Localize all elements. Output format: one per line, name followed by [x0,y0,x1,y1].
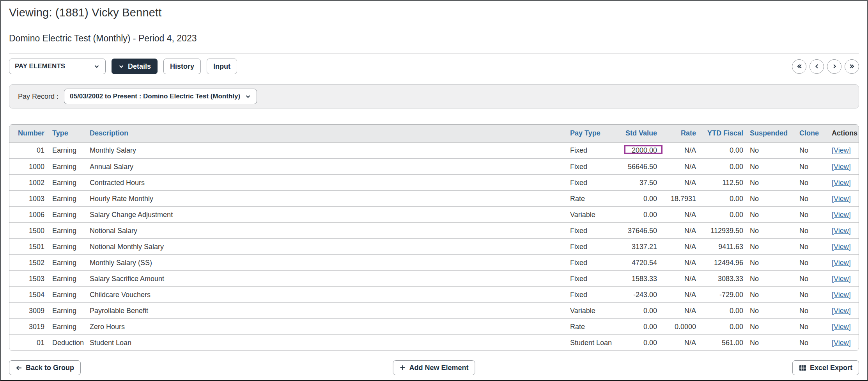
chevron-down-icon [118,63,124,69]
chevron-down-icon [245,93,251,100]
cell-pay-type: Fixed [570,291,620,299]
cell-std-value: 0.00 [620,323,657,331]
column-header-rate[interactable]: Rate [681,129,696,137]
view-link[interactable]: [View] [832,195,851,203]
previous-record-button[interactable] [810,59,824,74]
cell-std-value: 4720.54 [620,259,657,267]
table-row: 1502 Earning Monthly Salary (SS) Fixed 4… [9,255,859,271]
view-link[interactable]: [View] [832,211,851,219]
cell-suspended: No [743,146,799,155]
excel-export-button[interactable]: Excel Export [792,360,859,375]
details-button[interactable]: Details [112,59,158,74]
view-link[interactable]: [View] [832,227,851,235]
cell-ytd-fiscal: 112939.50 [696,227,743,235]
cell-suspended: No [743,323,799,331]
table-header-row: Number Type Description Pay Type Std Val… [9,125,859,142]
cell-std-value: -243.00 [620,291,657,299]
cell-suspended: No [743,339,799,347]
cell-description: Notional Monthly Salary [90,243,570,251]
next-record-button[interactable] [827,59,841,74]
cell-description: Monthly Salary [90,146,570,155]
column-header-pay-type[interactable]: Pay Type [570,129,601,137]
chevrons-right-icon [849,63,856,70]
column-header-std-value[interactable]: Std Value [625,129,657,137]
view-link[interactable]: [View] [832,179,851,187]
cell-std-value: 0.00 [620,339,657,347]
back-to-group-button[interactable]: Back to Group [9,360,81,375]
cell-type: Earning [44,323,90,331]
view-link[interactable]: [View] [832,275,851,283]
cell-description: Childcare Vouchers [90,291,570,299]
column-header-suspended[interactable]: Suspended [750,129,788,137]
spreadsheet-icon [799,365,806,371]
cell-std-value: 0.00 [620,307,657,315]
toolbar: PAY ELEMENTS Details History Input [9,59,859,74]
pay-record-select[interactable]: 05/03/2002 to Present : Domino Electric … [64,89,257,104]
cell-suspended: No [743,163,799,171]
view-link[interactable]: [View] [832,323,851,331]
cell-number: 1503 [9,275,44,283]
last-record-button[interactable] [845,59,859,74]
cell-ytd-fiscal: 0.00 [696,146,743,155]
cell-type: Earning [44,146,90,155]
cell-rate: N/A [657,211,696,219]
add-new-element-label: Add New Element [409,364,468,372]
table-row: 3019 Earning Zero Hours Rate 0.00 0.0000… [9,319,859,335]
view-link[interactable]: [View] [832,259,851,267]
cell-number: 1504 [9,291,44,299]
cell-description: Zero Hours [90,323,570,331]
column-header-actions: Actions [832,129,859,137]
cell-type: Earning [44,243,90,251]
cell-std-value: 56646.50 [620,163,657,171]
cell-pay-type: Variable [570,307,620,315]
column-header-clone[interactable]: Clone [799,129,819,137]
view-link[interactable]: [View] [832,291,851,299]
pay-elements-page: Viewing: (1881) Vicky Bennett Domino Ele… [0,0,868,381]
arrow-left-icon [16,365,22,371]
cell-number: 01 [9,146,44,155]
view-link[interactable]: [View] [832,339,851,347]
cell-ytd-fiscal: 561.00 [696,339,743,347]
cell-pay-type: Fixed [570,243,620,251]
chevron-right-icon [831,63,838,70]
cell-ytd-fiscal: 9411.63 [696,243,743,251]
cell-suspended: No [743,291,799,299]
cell-pay-type: Fixed [570,179,620,187]
chevrons-left-icon [796,63,803,70]
cell-number: 1000 [9,163,44,171]
column-header-description[interactable]: Description [90,129,128,137]
cell-ytd-fiscal: 0.00 [696,163,743,171]
cell-number: 1500 [9,227,44,235]
cell-description: Contracted Hours [90,179,570,187]
back-to-group-label: Back to Group [26,364,74,372]
cell-ytd-fiscal: 12494.96 [696,259,743,267]
table-row: 3009 Earning Payrollable Benefit Variabl… [9,303,859,319]
cell-pay-type: Fixed [570,275,620,283]
view-link[interactable]: [View] [832,243,851,251]
cell-number: 1002 [9,179,44,187]
add-new-element-button[interactable]: Add New Element [393,360,475,375]
column-header-ytd-fiscal[interactable]: YTD Fiscal [707,129,743,137]
cell-rate: 0.0000 [657,323,696,331]
cell-suspended: No [743,227,799,235]
column-header-number[interactable]: Number [18,129,44,137]
cell-pay-type: Variable [570,211,620,219]
cell-rate: N/A [657,291,696,299]
view-link[interactable]: [View] [832,163,851,171]
cell-suspended: No [743,243,799,251]
view-link[interactable]: [View] [832,307,851,315]
cell-type: Earning [44,227,90,235]
view-select[interactable]: PAY ELEMENTS [9,59,106,74]
cell-description: Salary Sacrifice Amount [90,275,570,283]
first-record-button[interactable] [792,59,806,74]
column-header-type[interactable]: Type [52,129,68,137]
view-link[interactable]: [View] [832,146,851,154]
cell-clone: No [799,195,832,203]
cell-ytd-fiscal: 0.00 [696,323,743,331]
cell-suspended: No [743,275,799,283]
page-title: Viewing: (1881) Vicky Bennett [9,6,859,19]
history-button[interactable]: History [163,59,201,74]
cell-clone: No [799,146,832,155]
cell-pay-type: Rate [570,195,620,203]
input-button[interactable]: Input [207,59,237,74]
